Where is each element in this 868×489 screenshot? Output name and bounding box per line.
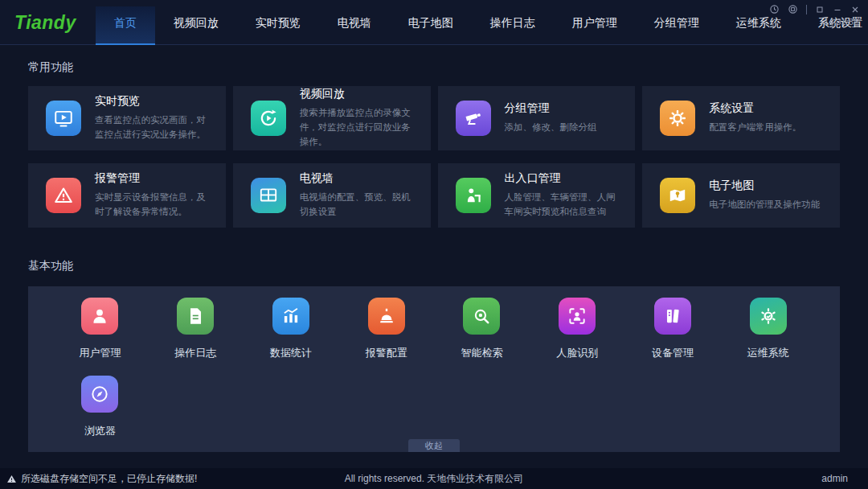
card-entrance-exit-management[interactable]: 出入口管理 人脸管理、车辆管理、人闸车闸实时预览和信息查询 (438, 163, 636, 228)
maximize-icon[interactable] (815, 5, 825, 14)
smart-search-icon (463, 298, 500, 335)
map-pin-icon (660, 178, 695, 213)
app-user-management[interactable]: 用户管理 (52, 298, 148, 376)
app-label: 操作日志 (174, 346, 216, 360)
common-functions-title: 常用功能 (28, 60, 840, 75)
card-title: 出入口管理 (505, 171, 624, 186)
basic-apps-grid: 用户管理 操作日志 数据统计 报警配置 (52, 298, 816, 454)
card-alarm-management[interactable]: 报警管理 实时显示设备报警信息，及时了解设备异常情况。 (28, 163, 226, 228)
app-label: 运维系统 (747, 346, 789, 360)
cctv-camera-icon (456, 101, 491, 136)
status-bar: 所选磁盘存储空间不足，已停止存储数据! All rights reserved.… (0, 468, 868, 489)
screen-lock-icon[interactable] (788, 4, 798, 14)
app-face-recognition[interactable]: 人脸识别 (530, 298, 625, 376)
card-title: 电视墙 (300, 171, 420, 186)
card-title: 分组管理 (505, 101, 597, 116)
app-label: 报警配置 (366, 346, 407, 360)
app-smart-search[interactable]: 智能检索 (434, 298, 530, 376)
tab-video-playback[interactable]: 视频回放 (155, 6, 237, 45)
title-nav-bar: Tiandy 首页 视频回放 实时预览 电视墙 电子地图 操作日志 用户管理 分… (0, 0, 868, 45)
app-label: 浏览器 (84, 424, 116, 438)
card-system-settings[interactable]: 系统设置 配置客户端常用操作。 (642, 86, 840, 150)
card-title: 报警管理 (95, 171, 215, 186)
clock-icon[interactable] (769, 4, 780, 14)
warning-icon (6, 474, 17, 484)
face-recognition-icon (559, 298, 596, 335)
card-group-management[interactable]: 分组管理 添加、修改、删除分组 (438, 86, 636, 150)
device-manage-icon (654, 298, 691, 335)
copyright-text: All rights reserved. 天地伟业技术有限公司 (345, 472, 524, 486)
card-desc: 添加、修改、删除分组 (505, 121, 597, 135)
card-desc: 人脸管理、车辆管理、人闸车闸实时预览和信息查询 (505, 191, 624, 220)
tab-emap[interactable]: 电子地图 (390, 6, 472, 45)
app-label: 用户管理 (79, 346, 121, 360)
app-alarm-config[interactable]: 报警配置 (338, 298, 434, 376)
card-title: 实时预览 (95, 94, 215, 109)
card-emap[interactable]: 电子地图 电子地图的管理及操作功能 (642, 163, 840, 228)
app-browser[interactable]: 浏览器 (52, 376, 148, 454)
card-title: 电子地图 (709, 179, 820, 193)
titlebar-divider (806, 5, 807, 14)
app-ops-system[interactable]: 运维系统 (720, 298, 816, 376)
clock-time: 14:31:32 (824, 17, 858, 27)
common-function-cards: 实时预览 查看监控点的实况画面，对监控点进行实况业务操作。 视频回放 搜索并播放… (28, 86, 840, 228)
main-content: 常用功能 实时预览 查看监控点的实况画面，对监控点进行实况业务操作。 视频回放 … (0, 60, 868, 452)
minimize-icon[interactable] (833, 5, 842, 14)
monitor-play-icon (46, 101, 81, 136)
logged-in-user[interactable]: admin (821, 473, 848, 484)
card-video-playback[interactable]: 视频回放 搜索并播放监控点的录像文件，对监控点进行回放业务操作。 (233, 86, 431, 150)
tab-operation-log[interactable]: 操作日志 (472, 6, 554, 45)
card-title: 系统设置 (709, 101, 801, 116)
tiandy-logo: Tiandy (0, 0, 96, 44)
basic-functions-panel: 用户管理 操作日志 数据统计 报警配置 (28, 286, 840, 452)
card-desc: 查看监控点的实况画面，对监控点进行实况业务操作。 (95, 113, 215, 142)
card-desc: 电子地图的管理及操作功能 (709, 198, 820, 212)
alarm-bell-icon (368, 298, 405, 335)
card-desc: 实时显示设备报警信息，及时了解设备异常情况。 (95, 191, 215, 220)
video-replay-icon (251, 101, 286, 136)
storage-warning: 所选磁盘存储空间不足，已停止存储数据! (6, 472, 197, 486)
warning-triangle-icon (46, 178, 81, 213)
app-label: 设备管理 (652, 346, 694, 360)
card-tv-wall[interactable]: 电视墙 电视墙的配置、预览、脱机切换设置 (233, 163, 431, 228)
app-operation-log[interactable]: 操作日志 (148, 298, 244, 376)
card-desc: 电视墙的配置、预览、脱机切换设置 (300, 191, 420, 220)
tv-wall-icon (251, 178, 286, 213)
collapse-button[interactable]: 收起 (408, 439, 460, 452)
app-data-statistics[interactable]: 数据统计 (244, 298, 339, 376)
card-desc: 配置客户端常用操作。 (709, 121, 801, 135)
card-title: 视频回放 (300, 87, 420, 101)
card-desc: 搜索并播放监控点的录像文件，对监控点进行回放业务操作。 (300, 106, 420, 149)
tab-tv-wall[interactable]: 电视墙 (319, 6, 390, 45)
tab-home[interactable]: 首页 (96, 6, 155, 45)
tab-group-management[interactable]: 分组管理 (636, 6, 718, 45)
browser-compass-icon (81, 376, 118, 413)
titlebar-controls: 14:31:32 (769, 4, 860, 27)
close-icon[interactable] (850, 5, 860, 14)
bar-chart-icon (272, 298, 309, 335)
app-device-management[interactable]: 设备管理 (625, 298, 721, 376)
gate-person-icon (456, 178, 491, 213)
card-live-preview[interactable]: 实时预览 查看监控点的实况画面，对监控点进行实况业务操作。 (28, 86, 226, 150)
app-label: 智能检索 (461, 346, 502, 360)
log-document-icon (177, 298, 214, 335)
tab-live-preview[interactable]: 实时预览 (237, 6, 319, 45)
ops-gear-icon (750, 298, 787, 335)
basic-functions-title: 基本功能 (28, 259, 840, 273)
user-icon (81, 298, 118, 335)
nav-tabs: 首页 视频回放 实时预览 电视墙 电子地图 操作日志 用户管理 分组管理 运维系… (96, 6, 868, 45)
storage-warning-text: 所选磁盘存储空间不足，已停止存储数据! (21, 472, 197, 486)
app-label: 人脸识别 (556, 346, 598, 360)
app-label: 数据统计 (270, 346, 312, 360)
gear-icon (660, 101, 695, 136)
tab-user-management[interactable]: 用户管理 (554, 6, 636, 45)
